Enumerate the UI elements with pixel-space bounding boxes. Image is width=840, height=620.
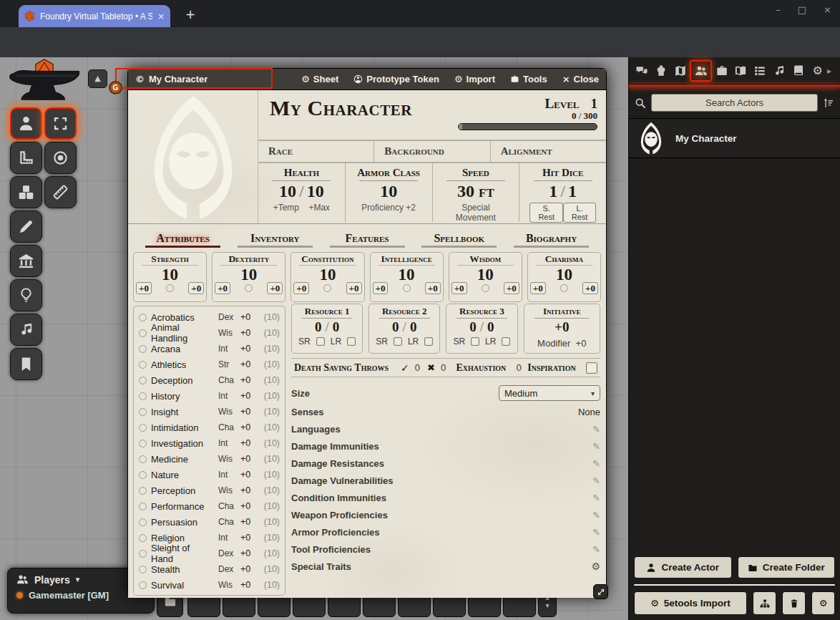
ability-block[interactable]: Constitution 10 +0 +0 — [290, 252, 364, 302]
skill-name[interactable]: Stealth — [151, 564, 214, 575]
ability-modifier[interactable]: +0 — [451, 282, 467, 294]
skill-proficiency-radio[interactable] — [139, 440, 147, 447]
ability-score[interactable]: 10 — [293, 266, 361, 284]
resource-box[interactable]: Resource 2 0/0 SR LR — [368, 304, 440, 354]
tab-features[interactable]: Features — [330, 231, 405, 248]
save-proficiency-radio[interactable] — [482, 284, 489, 292]
tool-tile-controls[interactable] — [10, 176, 42, 208]
skill-name[interactable]: Persuasion — [151, 517, 214, 528]
skill-row[interactable]: Investigation Int +0 (10) — [139, 435, 280, 451]
scene-nav-toggle[interactable]: ▲ — [88, 69, 107, 88]
browser-tab[interactable]: Foundry Virtual Tabletop • A Stan × — [19, 5, 170, 27]
edit-icon[interactable]: ✎ — [592, 510, 600, 520]
long-rest-button[interactable]: L. Rest — [563, 203, 596, 223]
tab-compendium[interactable] — [788, 60, 808, 82]
skill-row[interactable]: Nature Int +0 (10) — [139, 467, 280, 483]
sidebar-collapse-icon[interactable]: ▸ — [827, 66, 836, 76]
tab-spellbook[interactable]: Spellbook — [421, 231, 497, 248]
close-button[interactable]: ×Close — [562, 74, 599, 84]
tab-chat[interactable] — [633, 60, 652, 82]
save-proficiency-radio[interactable] — [403, 284, 411, 292]
tool-select-targets[interactable] — [44, 107, 77, 140]
skill-row[interactable]: Arcana Int +0 (10) — [139, 341, 280, 357]
folder-tree-button[interactable] — [753, 591, 776, 615]
initiative-box[interactable]: Initiative +0 Modifier +0 — [524, 304, 601, 354]
skill-name[interactable]: Nature — [151, 470, 214, 480]
skill-proficiency-radio[interactable] — [139, 392, 147, 400]
background-field[interactable]: Background — [374, 141, 490, 162]
ability-save[interactable]: +0 — [504, 282, 519, 294]
resource-max[interactable]: 0 — [410, 319, 417, 334]
tab-playlists[interactable] — [770, 60, 789, 82]
hp-max[interactable]: 10 — [307, 182, 324, 200]
save-proficiency-radio[interactable] — [560, 284, 568, 292]
sr-checkbox[interactable] — [471, 337, 479, 346]
tool-drawings[interactable] — [10, 210, 42, 243]
skill-row[interactable]: Deception Cha +0 (10) — [139, 372, 280, 388]
initiative-value[interactable]: +0 — [524, 319, 600, 336]
resource-label[interactable]: Resource 3 — [446, 306, 517, 317]
ability-score[interactable]: 10 — [373, 266, 441, 284]
character-portrait[interactable] — [128, 90, 258, 223]
alignment-field[interactable]: Alignment — [491, 141, 606, 162]
ability-save[interactable]: +0 — [582, 282, 598, 294]
skill-row[interactable]: Animal Handling Wis +0 (10) — [139, 325, 280, 341]
ability-save[interactable]: +0 — [346, 282, 362, 294]
sr-checkbox[interactable] — [394, 337, 402, 346]
edit-icon[interactable]: ✎ — [592, 544, 600, 555]
window-resize-handle[interactable] — [593, 584, 608, 599]
skill-proficiency-radio[interactable] — [139, 566, 147, 573]
actor-avatar[interactable] — [635, 122, 668, 155]
special-movement-label[interactable]: Special Movement — [433, 203, 519, 223]
short-rest-button[interactable]: S. Rest — [529, 203, 563, 223]
trait-row[interactable]: Tool Proficiencies ✎ — [291, 541, 600, 558]
window-close-button[interactable]: × — [824, 4, 831, 15]
skill-row[interactable]: Performance Cha +0 (10) — [139, 498, 280, 514]
skill-name[interactable]: Religion — [151, 533, 214, 543]
lr-checkbox[interactable] — [347, 337, 356, 346]
skill-name[interactable]: Deception — [151, 375, 214, 386]
skill-proficiency-radio[interactable] — [139, 361, 147, 369]
resource-box[interactable]: Resource 1 0/0 SR LR — [291, 304, 363, 354]
tool-notes[interactable] — [10, 348, 42, 380]
tab-scenes[interactable] — [671, 60, 690, 82]
skill-name[interactable]: Performance — [151, 501, 214, 512]
import-button[interactable]: ⚙Import — [454, 74, 495, 84]
skill-proficiency-radio[interactable] — [139, 408, 147, 416]
resource-max[interactable]: 0 — [487, 319, 494, 334]
race-field[interactable]: Race — [258, 141, 374, 162]
save-proficiency-radio[interactable] — [166, 284, 174, 292]
skill-name[interactable]: Arcana — [151, 344, 214, 354]
exhaustion-value[interactable]: 0 — [517, 362, 522, 373]
gear-icon[interactable]: ⚙ — [591, 561, 600, 572]
skill-name[interactable]: Acrobatics — [151, 312, 214, 323]
hp-tempmax-label[interactable]: +Max — [308, 203, 330, 213]
skill-proficiency-radio[interactable] — [139, 503, 147, 510]
tab-actors[interactable] — [690, 60, 712, 82]
edit-icon[interactable]: ✎ — [592, 424, 600, 435]
skill-row[interactable]: Athletics Str +0 (10) — [139, 357, 280, 372]
trait-row[interactable]: Languages ✎ — [291, 420, 600, 437]
death-fail-icon[interactable]: ✖ — [427, 362, 435, 373]
xp-display[interactable]: 0 / 300 — [458, 110, 597, 122]
ability-save[interactable]: +0 — [267, 282, 283, 294]
death-fail-count[interactable]: 0 — [441, 362, 446, 373]
ability-modifier[interactable]: +0 — [530, 282, 546, 294]
resource-value[interactable]: 0 — [315, 319, 322, 334]
tab-journal[interactable] — [731, 60, 751, 82]
ability-save[interactable]: +0 — [188, 282, 204, 294]
skill-row[interactable]: History Int +0 (10) — [139, 388, 280, 404]
create-folder-button[interactable]: Create Folder — [738, 556, 836, 578]
ability-modifier[interactable]: +0 — [373, 282, 389, 294]
ability-score[interactable]: 10 — [530, 266, 598, 284]
skill-name[interactable]: Medicine — [151, 454, 214, 465]
skill-proficiency-radio[interactable] — [139, 518, 147, 526]
window-minimize-button[interactable]: – — [776, 4, 781, 15]
skill-proficiency-radio[interactable] — [139, 534, 147, 542]
size-select[interactable]: Medium ▾ — [499, 385, 600, 401]
save-proficiency-radio[interactable] — [245, 284, 253, 292]
ability-block[interactable]: Dexterity 10 +0 +0 — [212, 252, 285, 302]
page-down-icon[interactable]: ▾ — [545, 601, 549, 609]
skill-proficiency-radio[interactable] — [139, 329, 147, 337]
trait-special[interactable]: Special Traits ⚙ — [291, 558, 600, 575]
